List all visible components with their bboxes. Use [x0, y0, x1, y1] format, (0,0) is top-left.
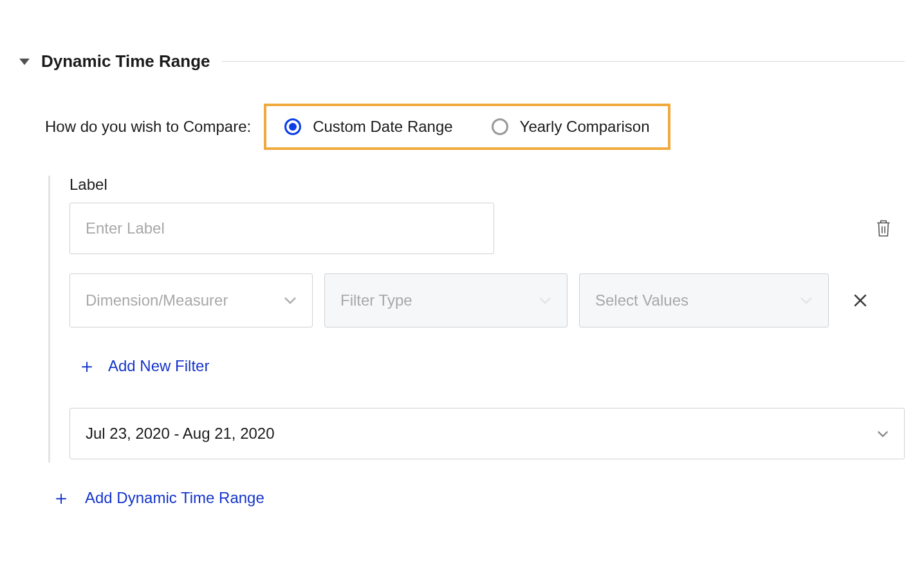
chevron-down-icon	[539, 297, 551, 304]
dimension-select[interactable]: Dimension/Measurer	[69, 273, 313, 327]
radio-label: Custom Date Range	[313, 118, 452, 136]
time-range-body: Label Dimension/Measurer Filter Type	[48, 176, 905, 463]
filter-row: Dimension/Measurer Filter Type Select Va…	[69, 273, 905, 327]
section-header: Dynamic Time Range	[19, 51, 905, 71]
label-input[interactable]	[69, 203, 494, 254]
compare-radio-group: Custom Date Range Yearly Comparison	[264, 104, 670, 150]
trash-icon	[875, 219, 892, 238]
add-filter-button[interactable]: ＋ Add New Filter	[77, 356, 209, 376]
radio-label: Yearly Comparison	[520, 118, 650, 136]
date-range-value: Jul 23, 2020 - Aug 21, 2020	[86, 425, 275, 443]
add-dynamic-label: Add Dynamic Time Range	[85, 489, 264, 507]
remove-filter-button[interactable]	[852, 292, 869, 309]
filter-type-placeholder: Filter Type	[340, 291, 412, 309]
dimension-placeholder: Dimension/Measurer	[86, 291, 228, 309]
chevron-down-icon	[877, 430, 889, 437]
section-divider	[222, 61, 905, 62]
select-values-placeholder: Select Values	[595, 291, 688, 309]
compare-row: How do you wish to Compare: Custom Date …	[45, 104, 905, 150]
chevron-down-icon	[800, 297, 813, 304]
close-icon	[852, 292, 869, 309]
select-values-select[interactable]: Select Values	[579, 273, 829, 327]
radio-icon	[492, 118, 508, 135]
section-title: Dynamic Time Range	[41, 51, 210, 71]
chevron-down-icon	[284, 297, 297, 304]
plus-icon: ＋	[77, 356, 97, 376]
compare-label: How do you wish to Compare:	[45, 118, 251, 136]
plus-icon: ＋	[51, 488, 71, 508]
label-field-group: Label	[69, 176, 905, 254]
date-range-select[interactable]: Jul 23, 2020 - Aug 21, 2020	[69, 408, 905, 459]
add-filter-label: Add New Filter	[108, 357, 209, 375]
label-field-caption: Label	[69, 176, 905, 194]
add-dynamic-time-range-button[interactable]: ＋ Add Dynamic Time Range	[51, 488, 264, 508]
radio-custom-date-range[interactable]: Custom Date Range	[284, 118, 452, 136]
radio-icon	[284, 118, 301, 135]
caret-down-icon[interactable]	[19, 59, 30, 65]
radio-yearly-comparison[interactable]: Yearly Comparison	[492, 118, 650, 136]
delete-button[interactable]	[875, 219, 892, 238]
filter-type-select[interactable]: Filter Type	[324, 273, 568, 327]
